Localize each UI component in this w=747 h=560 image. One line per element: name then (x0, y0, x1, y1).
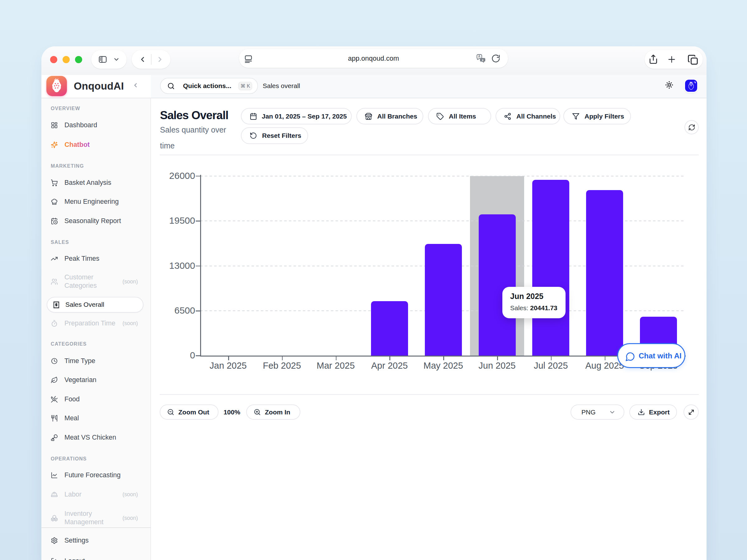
svg-text:A: A (478, 55, 481, 58)
svg-text:x: x (482, 58, 484, 61)
